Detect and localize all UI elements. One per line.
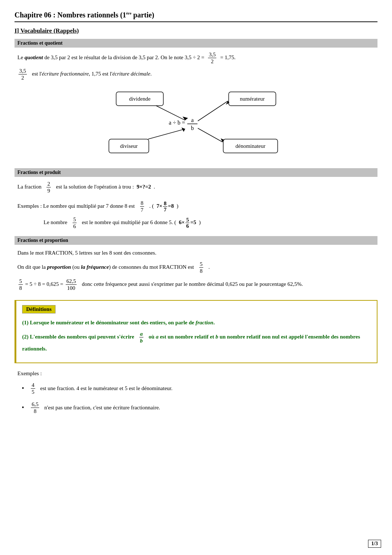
subsection-fractions-produit: Fractions et produit xyxy=(15,168,377,177)
definitions-label: Définitions xyxy=(22,305,56,313)
bullet-dot-2: • xyxy=(22,404,24,412)
fraction-5-over-8: 5 8 xyxy=(199,261,204,274)
bullet2-desc: n'est pas une fraction, c'est une écritu… xyxy=(44,405,160,411)
page-number: 1/3 xyxy=(368,540,381,548)
svg-line-16 xyxy=(198,101,228,121)
proportion-word: proportion xyxy=(47,264,71,270)
bullet-item-2: • 6,5 8 n'est pas une fraction, c'est un… xyxy=(15,401,377,414)
fraction-a-over-b-def: a b xyxy=(139,331,144,344)
para-proportion-1: Dans le mot FRACTION, 5 lettres sur les … xyxy=(15,248,377,258)
svg-line-18 xyxy=(198,128,222,142)
para-proportion-2: On dit que la proportion (ou la fréquenc… xyxy=(15,261,377,274)
fraction-8-over-7: 8 7 xyxy=(140,200,144,213)
ex1-calc: 7×87=8 xyxy=(156,203,174,209)
para-ecriture: 3,5 2 est l'écriture fractionnaire, 1,75… xyxy=(15,68,377,81)
para-quotient: Le quotient de 3,5 par 2 est le résultat… xyxy=(15,51,377,65)
def2-text: (2) L'ensemble des nombres qui peuvent s… xyxy=(22,331,371,354)
fraction-3-5-over-2-b: 3,5 2 xyxy=(19,68,27,81)
fraction-5-over-8-b: 5 8 xyxy=(19,278,23,291)
ecriture-decimale: écriture décimale xyxy=(112,71,150,77)
fraction-6-5-over-8: 6,5 8 xyxy=(31,401,39,414)
frequence-word: la fréquence xyxy=(81,264,109,270)
svg-line-6 xyxy=(148,129,185,139)
section1-title: I] Vocabulaire (Rappels) xyxy=(15,27,377,35)
subsection-fractions-quotient: Fractions et quotient xyxy=(15,39,377,48)
fraction-62-5-over-100: 62,5 100 xyxy=(66,278,77,291)
fraction-italic-word: fraction xyxy=(196,320,213,325)
diagram-container: dividende diviseur a ÷ b = a b numérateu… xyxy=(15,88,377,161)
bullet-dot-1: • xyxy=(22,385,24,392)
svg-text:a: a xyxy=(191,117,193,123)
svg-text:a ÷ b =: a ÷ b = xyxy=(169,119,185,126)
fraction-4-over-5: 4 5 xyxy=(31,382,35,395)
fraction-5-over-6: 5 6 xyxy=(73,216,77,230)
para-produit-exemples: Exemples : Le nombre qui multiplié par 7… xyxy=(15,200,377,213)
svg-text:b: b xyxy=(191,125,194,131)
svg-text:dénominateur: dénominateur xyxy=(236,143,265,149)
fraction-diagram: dividende diviseur a ÷ b = a b numérateu… xyxy=(73,88,319,161)
fraction-2-over-9: 2 9 xyxy=(46,181,51,194)
definitions-box: Définitions (1) Lorsque le numérateur et… xyxy=(15,300,377,363)
svg-text:diviseur: diviseur xyxy=(120,143,138,149)
svg-line-4 xyxy=(156,106,185,120)
svg-text:numérateur: numérateur xyxy=(240,96,265,102)
def1-text: (1) Lorsque le numérateur et le dénomina… xyxy=(22,318,371,328)
operation-bold: 9×?=2 xyxy=(136,184,151,190)
main-title: Chapitre 06 : Nombres rationnels (1ère p… xyxy=(15,11,377,22)
svg-text:dividende: dividende xyxy=(129,96,150,102)
bullet-item-1: • 4 5 est une fraction. 4 est le numérat… xyxy=(15,382,377,395)
quotient-word: quotient xyxy=(25,54,43,60)
fraction-3-5-over-2: 3,5 2 xyxy=(208,51,216,65)
examples-bottom-intro: Exemples : xyxy=(15,369,377,378)
ecriture-fractionnaire: écriture fractionnaire xyxy=(42,71,89,77)
bullet1-desc: est une fraction. 4 est le numérateur et… xyxy=(40,385,172,392)
subsection-fractions-proportion: Fractions et proportion xyxy=(15,236,377,245)
para-proportion-3: 5 8 = 5 ÷ 8 = 0,625 = 62,5 100 donc cett… xyxy=(15,278,377,291)
ex2-calc: 6×56=5 xyxy=(179,219,196,225)
para-produit-1: La fraction 2 9 est la solution de l'opé… xyxy=(15,181,377,194)
para-produit-exemple2: Le nombre 5 6 est le nombre qui multipli… xyxy=(15,216,377,230)
